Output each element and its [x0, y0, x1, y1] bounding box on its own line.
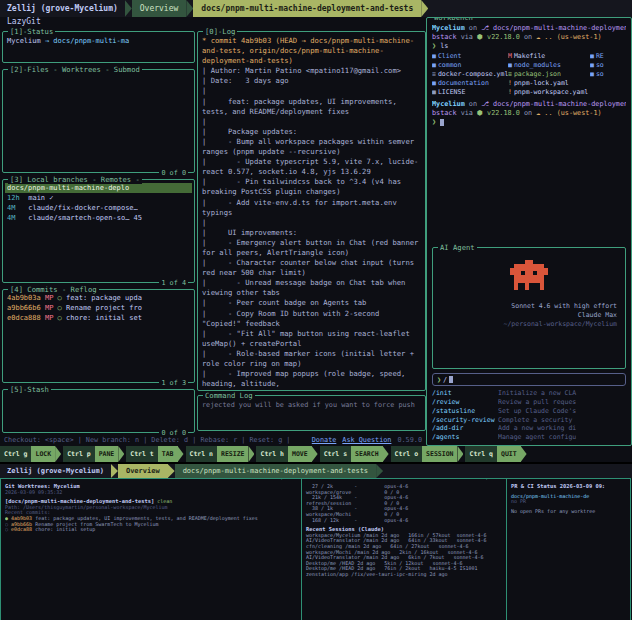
- zellij-window-top: Zellij (grove-Mycelium) Overview docs/pn…: [0, 0, 632, 462]
- commit-row[interactable]: e0dca888 MP ○ chore: initial set: [5, 313, 192, 323]
- prompt-sep: on: [469, 100, 477, 108]
- status-panel-title: [1]-Status: [8, 27, 55, 36]
- file-entry[interactable]: ■so: [590, 61, 626, 70]
- ai-status-panel[interactable]: AI Status SCROLL: 0/60 27 / 2k - opus-4-…: [301, 478, 507, 620]
- file-entry[interactable]: ■documentation: [432, 79, 508, 88]
- branch-row[interactable]: 4M claude/smartech-open-so… 45: [5, 213, 192, 223]
- file-entry[interactable]: !pnpm-lock.yaml: [508, 79, 590, 88]
- commit-message: chore: initial setup: [35, 527, 95, 532]
- log-panel[interactable]: [0]-Log * commit 4ab9b03 (HEAD → docs/pn…: [197, 31, 426, 391]
- pr-status-panel[interactable]: PR Status PR & CI Status 2026-03-09 09: …: [506, 478, 631, 620]
- branch-row[interactable]: 12h main ✓: [5, 193, 192, 203]
- commit-bullet: ●: [5, 516, 8, 521]
- lazygit-status-line: Checkout: <space> | New branch: n | Dele…: [0, 433, 426, 446]
- keybind-pane[interactable]: Ctrl pPANE: [63, 446, 124, 462]
- commit-row[interactable]: 4ab9b03a MP ○ feat: package upda: [5, 293, 192, 303]
- ai-scroll-indicator: SCROLL: 0/60: [454, 478, 498, 481]
- file-entry[interactable]: ≡docker-compose.yml: [432, 70, 508, 79]
- slash-command-item[interactable]: /statusline Set up Claude Code's: [432, 407, 626, 416]
- yaml-file-icon: ≡: [432, 70, 436, 79]
- keybind-quit[interactable]: Ctrl qQUIT: [465, 446, 526, 462]
- file-entry[interactable]: ■common: [432, 61, 508, 70]
- top-tab-bar: Zellij (grove-Mycelium) Overview docs/pn…: [0, 0, 632, 17]
- branch-row[interactable]: 4M claude/fix-docker-compose…: [5, 203, 192, 213]
- ask-question-link[interactable]: Ask Question: [342, 436, 391, 444]
- ai-session-lines: workspace/Mycelium /main 2d ago 166in / …: [306, 533, 502, 578]
- slash-command-item[interactable]: /review Review a pull reques: [432, 398, 626, 407]
- git-branch-icon: ⎇ docs/pnpm-multi-machine-deployment-and…: [481, 24, 626, 32]
- segment-arrow: [248, 446, 254, 462]
- command-name: /statusline: [432, 407, 498, 416]
- file-entry[interactable]: ■node_modules: [508, 61, 590, 70]
- repo-name: Mycelium: [7, 37, 41, 45]
- commit-row[interactable]: a9bb66b6 MP ○ Rename project fro: [5, 303, 192, 313]
- branch-recency: 12h: [7, 193, 24, 203]
- json-file-icon: ≡: [508, 70, 512, 79]
- prompt-sep: via: [461, 33, 473, 41]
- tab-separator-arrow: [376, 464, 383, 478]
- commit-hash: 4ab9b03: [11, 516, 32, 521]
- slash-command-item[interactable]: /agents Manage agent configu: [432, 433, 626, 442]
- commit-body: | Author: Martin Patino <mpatino117@gmai…: [202, 66, 423, 388]
- ai-command-input[interactable]: ❯ /: [432, 373, 626, 386]
- command-name: /add-dir: [432, 424, 498, 433]
- top-window-content: LazyGit [1]-Status Mycelium → docs/pnpm-…: [0, 17, 632, 446]
- commit-hash: e0dca88: [11, 527, 32, 532]
- keybind-session[interactable]: Ctrl oSESSION: [391, 446, 464, 462]
- branch-name: claude/smartech-open-so… 45: [28, 214, 142, 222]
- tab-separator-arrow: [168, 464, 175, 478]
- slash-command-list: /init Initialize a new CLA /review Revie…: [432, 389, 626, 442]
- file-entry[interactable]: MMakefile: [508, 52, 590, 61]
- keybind-resize[interactable]: Ctrl nRESIZE: [186, 446, 255, 462]
- file-entry[interactable]: ■Client: [432, 52, 508, 61]
- slash-command-item[interactable]: /security-review Complete a security: [432, 416, 626, 425]
- keybind-move[interactable]: Ctrl hMOVE: [256, 446, 317, 462]
- lazygit-branches-panel[interactable]: [3] Local branches - Remotes - docs/pnpm…: [2, 179, 195, 283]
- version-label: 0.59.0: [397, 436, 422, 444]
- lazygit-log-column: [0]-Log * commit 4ab9b03 (HEAD → docs/pn…: [197, 31, 426, 433]
- branch-name: claude/fix-docker-compose…: [28, 204, 138, 212]
- screen: Zellij (grove-Mycelium) Overview docs/pn…: [0, 0, 632, 620]
- command-log-panel: Command Log rejected you will be asked i…: [197, 395, 426, 431]
- commit-log-text: * commit 4ab9b03 (HEAD → docs/pnpm-multi…: [198, 32, 425, 390]
- lazygit-stash-panel[interactable]: [5]-Stash 0 of 0: [2, 389, 195, 433]
- worktree-status-panel[interactable]: Worktree Status SCROLL: 0/25 Git Worktre…: [0, 478, 302, 620]
- command-name: /init: [432, 389, 498, 398]
- file-entry[interactable]: ■RE: [590, 52, 626, 61]
- lazygit-commits-panel[interactable]: [4] Commits - Reflog 4ab9b03a MP ○ feat:…: [2, 289, 195, 383]
- node-version-icon: ⬢ v22.18.0: [477, 109, 520, 117]
- cloud-region-icon: ☁ .. (us-west-1): [536, 109, 601, 117]
- branch-row[interactable]: docs/pnpm-multi-machine-deplo: [5, 183, 192, 193]
- slash-command-item[interactable]: /init Initialize a new CLA: [432, 389, 626, 398]
- pr-status-title: PR Status: [512, 478, 546, 481]
- branch-name: main ✓: [28, 194, 53, 202]
- slash-command-item[interactable]: /add-dir Add a new working di: [432, 424, 626, 433]
- keybind-search[interactable]: Ctrl sSEARCH: [320, 446, 389, 462]
- stash-panel-title: [5]-Stash: [8, 385, 51, 394]
- prompt-repo: Mycelium: [432, 100, 465, 108]
- file-entry[interactable]: ≡package.json: [508, 70, 590, 79]
- tab-overview[interactable]: Overview: [132, 0, 187, 17]
- tab-docs-branch[interactable]: docs/pnpm-multi-machine-deployment-and-t…: [175, 464, 376, 478]
- commit-graph-node: ○: [58, 294, 62, 302]
- file-entry[interactable]: !pnpm-workspace.yaml: [508, 88, 590, 97]
- tab-docs-branch[interactable]: docs/pnpm-multi-machine-deployment-and-t…: [193, 0, 421, 17]
- keybind-tab[interactable]: Ctrl tTAB: [126, 446, 183, 462]
- input-cursor: [449, 376, 453, 383]
- tab-overview[interactable]: Overview: [118, 464, 168, 478]
- prompt-sep: on: [524, 33, 532, 41]
- shell-cursor-line[interactable]: ❯: [432, 118, 626, 127]
- file-entry[interactable]: ■LICENSE: [432, 88, 508, 97]
- donate-link[interactable]: Donate: [312, 436, 337, 444]
- commit-author: MP: [45, 314, 53, 322]
- file-entry[interactable]: ■so: [590, 70, 626, 79]
- prompt-sep: on: [524, 109, 532, 117]
- prompt-caret-icon: ❯: [437, 376, 441, 384]
- lazygit-pane: LazyGit [1]-Status Mycelium → docs/pnpm-…: [0, 17, 426, 446]
- lazygit-files-panel[interactable]: [2]-Files - Worktrees - Submod 0 of 0: [2, 69, 195, 173]
- command-desc: Complete a security: [498, 416, 626, 425]
- lazygit-status-panel[interactable]: [1]-Status Mycelium → docs/pnpm-multi-ma: [2, 31, 195, 63]
- workspace-file-icon: !: [508, 88, 512, 97]
- keybind-lock[interactable]: Ctrl gLOCK: [0, 446, 61, 462]
- ai-usage-lines: 27 / 2k - opus-4-6 workspace/grove 0 / 0…: [306, 484, 502, 523]
